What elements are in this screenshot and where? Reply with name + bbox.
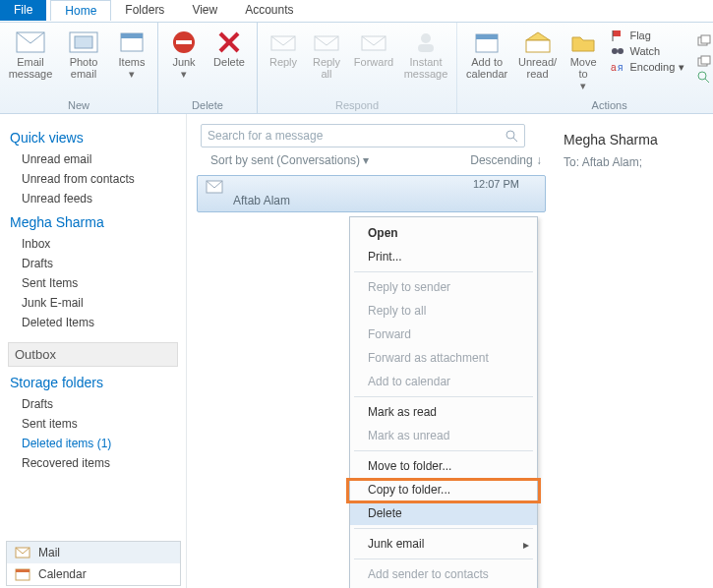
flag-button[interactable]: Flag xyxy=(610,29,684,42)
actions-side-col-2: Copy to Copy Find ▾ xyxy=(692,27,713,86)
svg-text:a: a xyxy=(611,62,617,73)
folder-junk[interactable]: Junk E-mail xyxy=(8,293,178,313)
nav-switcher: Mail Calendar xyxy=(6,541,181,586)
ctx-open[interactable]: Open xyxy=(350,221,537,245)
quick-views-header[interactable]: Quick views xyxy=(10,130,178,146)
svg-point-12 xyxy=(421,33,431,43)
svg-rect-17 xyxy=(526,40,550,52)
items-button[interactable]: Items▾ xyxy=(112,27,151,80)
reading-pane: Megha Sharma To: Aftab Alam; xyxy=(556,114,713,588)
svg-line-29 xyxy=(705,79,709,83)
email-message-button[interactable]: Email message xyxy=(6,27,55,80)
sort-by-button[interactable]: Sort by sent (Conversations) ▾ xyxy=(210,153,369,167)
find-button[interactable]: Find ▾ xyxy=(696,70,713,84)
tab-accounts[interactable]: Accounts xyxy=(231,0,307,21)
binoculars-icon xyxy=(610,44,625,58)
forward-icon xyxy=(358,29,389,56)
copy-icon xyxy=(696,54,712,68)
unread-read-button[interactable]: Unread/ read xyxy=(514,27,560,80)
ctx-forward-attachment[interactable]: Forward as attachment xyxy=(350,346,537,370)
reply-all-button[interactable]: Reply all xyxy=(307,27,346,80)
arrow-down-icon: ↓ xyxy=(536,153,542,167)
storage-sent[interactable]: Sent items xyxy=(8,414,178,434)
group-title-new: New xyxy=(6,99,151,111)
folder-outbox[interactable]: Outbox xyxy=(8,342,178,367)
tab-home[interactable]: Home xyxy=(50,0,111,21)
x-icon xyxy=(213,29,245,56)
svg-marker-16 xyxy=(526,32,550,40)
context-menu: Open Print... Reply to sender Reply to a… xyxy=(349,216,538,588)
nav-mail[interactable]: Mail xyxy=(7,542,180,563)
svg-rect-13 xyxy=(418,44,434,52)
svg-point-28 xyxy=(698,72,706,80)
storage-deleted[interactable]: Deleted items (1) xyxy=(8,434,178,453)
ctx-move-to[interactable]: Move to folder... xyxy=(350,454,537,478)
message-from: Aftab Alam xyxy=(233,194,290,207)
message-row[interactable]: 12:07 PM Aftab Alam xyxy=(197,175,546,212)
photo-email-button[interactable]: Photo email xyxy=(59,27,108,80)
reading-to: To: Aftab Alam; xyxy=(564,155,705,169)
folder-icon xyxy=(567,29,599,56)
watch-button[interactable]: Watch xyxy=(610,44,684,58)
tab-view[interactable]: View xyxy=(178,0,231,21)
nav-calendar[interactable]: Calendar xyxy=(7,563,180,585)
separator xyxy=(354,559,533,559)
encoding-button[interactable]: aяEncoding ▾ xyxy=(610,60,684,74)
add-to-calendar-button[interactable]: Add to calendar xyxy=(463,27,510,80)
encoding-icon: aя xyxy=(610,60,625,74)
svg-rect-15 xyxy=(476,34,498,39)
svg-point-30 xyxy=(506,131,514,139)
move-to-button[interactable]: Move to▾ xyxy=(564,27,603,91)
copy-button[interactable]: Copy xyxy=(696,54,713,68)
reading-from: Megha Sharma xyxy=(564,132,705,147)
quick-unread-email[interactable]: Unread email xyxy=(8,149,178,169)
forward-button[interactable]: Forward xyxy=(350,27,397,68)
photo-envelope-icon xyxy=(68,29,99,56)
ctx-forward[interactable]: Forward xyxy=(350,323,537,346)
folder-drafts[interactable]: Drafts xyxy=(8,254,178,273)
svg-rect-18 xyxy=(613,30,621,36)
ribbon-group-respond: Reply Reply all Forward Instant message … xyxy=(258,23,457,113)
ctx-reply-all[interactable]: Reply to all xyxy=(350,299,537,323)
ctx-mark-read[interactable]: Mark as read xyxy=(350,400,537,424)
instant-message-button[interactable]: Instant message xyxy=(401,27,450,80)
storage-header[interactable]: Storage folders xyxy=(10,375,178,390)
account-header[interactable]: Megha Sharma xyxy=(10,214,178,230)
ctx-delete[interactable]: Delete xyxy=(350,501,537,525)
folder-deleted[interactable]: Deleted Items xyxy=(8,313,178,332)
ctx-add-sender[interactable]: Add sender to contacts xyxy=(350,562,537,586)
search-icon xyxy=(505,129,518,143)
ctx-reply-sender[interactable]: Reply to sender xyxy=(350,275,537,299)
ctx-junk-email[interactable]: Junk email▸ xyxy=(350,532,537,556)
envelope-icon xyxy=(206,180,223,194)
calendar-icon xyxy=(471,29,503,56)
svg-rect-25 xyxy=(701,35,710,43)
storage-drafts[interactable]: Drafts xyxy=(8,394,178,414)
folder-inbox[interactable]: Inbox xyxy=(8,234,178,254)
delete-button[interactable]: Delete xyxy=(208,27,251,68)
ctx-add-calendar[interactable]: Add to calendar xyxy=(350,370,537,393)
ribbon: Email message Photo email Items▾ New Jun… xyxy=(0,22,713,114)
person-icon xyxy=(410,29,442,56)
svg-rect-2 xyxy=(75,36,92,48)
separator xyxy=(354,528,533,529)
ctx-print[interactable]: Print... xyxy=(350,245,537,268)
storage-recovered[interactable]: Recovered items xyxy=(8,453,178,473)
sort-order-button[interactable]: Descending ↓ xyxy=(470,153,542,167)
reply-button[interactable]: Reply xyxy=(264,27,303,68)
copy-to-icon xyxy=(696,33,711,47)
tab-folders[interactable]: Folders xyxy=(111,0,178,21)
svg-point-21 xyxy=(618,48,624,54)
junk-button[interactable]: Junk▾ xyxy=(164,27,204,80)
quick-unread-contacts[interactable]: Unread from contacts xyxy=(8,169,178,189)
copy-to-button[interactable]: Copy to xyxy=(696,29,713,52)
folder-sent[interactable]: Sent Items xyxy=(8,273,178,293)
quick-unread-feeds[interactable]: Unread feeds xyxy=(8,189,178,208)
tab-file[interactable]: File xyxy=(0,0,46,21)
chevron-down-icon: ▾ xyxy=(679,61,684,74)
ctx-mark-unread[interactable]: Mark as unread xyxy=(350,424,537,447)
ctx-copy-to[interactable]: Copy to folder... xyxy=(350,478,537,501)
search-input[interactable]: Search for a message xyxy=(201,124,525,147)
svg-rect-6 xyxy=(176,40,192,44)
no-entry-icon xyxy=(168,29,200,56)
